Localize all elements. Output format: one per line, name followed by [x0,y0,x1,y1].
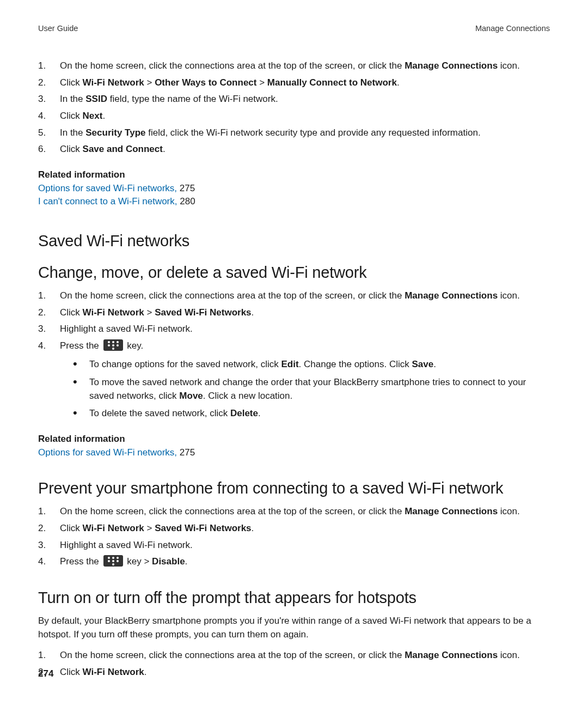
sub-item: To change options for the saved network,… [73,358,550,372]
step-item: On the home screen, click the connection… [38,505,550,519]
heading-saved-wifi: Saved Wi-Fi networks [38,229,550,252]
step-item: Click Next. [38,109,550,123]
page-header: User Guide Manage Connections [38,23,550,34]
svg-point-11 [112,560,114,562]
sub-item: To delete the saved network, click Delet… [73,407,550,421]
related-link-row: Options for saved Wi-Fi networks, 275 [38,182,550,196]
related-link-row: I can't connect to a Wi-Fi network, 280 [38,195,550,209]
change-steps-list: On the home screen, click the connection… [38,289,550,353]
svg-point-0 [108,341,110,343]
top-steps-list: On the home screen, click the connection… [38,59,550,156]
step-item: Click Wi-Fi Network. [38,666,550,679]
step-item: Highlight a saved Wi-Fi network. [38,539,550,552]
related-info-heading: Related information [38,168,550,182]
svg-point-8 [112,557,114,559]
step-item: On the home screen, click the connection… [38,59,550,73]
step-item: In the SSID field, type the name of the … [38,93,550,106]
related-link[interactable]: I can't connect to a Wi-Fi network, [38,196,177,206]
svg-point-5 [117,344,119,346]
header-left: User Guide [38,23,78,34]
step-item: On the home screen, click the connection… [38,289,550,303]
step-item: On the home screen, click the connection… [38,649,550,662]
step-item: Click Wi-Fi Network > Saved Wi-Fi Networ… [38,522,550,535]
svg-point-10 [108,560,110,562]
menu-key-icon [103,339,123,351]
step-item: Click Save and Connect. [38,143,550,156]
svg-point-13 [112,563,114,565]
svg-point-3 [108,344,110,346]
related-link-page: 275 [177,183,195,193]
step-item: In the Security Type field, click the Wi… [38,126,550,140]
related-link-row: Options for saved Wi-Fi networks, 275 [38,446,550,460]
heading-hotspot: Turn on or turn off the prompt that appe… [38,586,550,609]
page-number: 274 [38,667,53,681]
heading-change-move-delete: Change, move, or delete a saved Wi-Fi ne… [38,261,550,284]
heading-prevent: Prevent your smartphone from connecting … [38,477,550,500]
svg-point-12 [117,560,119,562]
svg-point-2 [117,341,119,343]
change-sub-list: To change options for the saved network,… [38,358,550,421]
step-item: Click Wi-Fi Network > Saved Wi-Fi Networ… [38,306,550,320]
step-item: Press the key > Disable. [38,555,550,569]
hotspot-steps-list: On the home screen, click the connection… [38,649,550,679]
header-right: Manage Connections [475,23,550,34]
svg-point-4 [112,344,114,346]
step-item: Highlight a saved Wi-Fi network. [38,322,550,336]
related-link[interactable]: Options for saved Wi-Fi networks, [38,183,177,193]
prevent-steps-list: On the home screen, click the connection… [38,505,550,569]
sub-item: To move the saved network and change the… [73,376,550,403]
svg-point-9 [117,557,119,559]
menu-key-icon [103,555,123,567]
hotspot-paragraph: By default, your BlackBerry smartphone p… [38,614,550,641]
svg-point-6 [112,348,114,350]
svg-point-7 [108,557,110,559]
related-info-heading: Related information [38,433,550,446]
svg-point-1 [112,341,114,343]
step-item: Press the key. [38,339,550,353]
related-link-page: 280 [177,196,195,206]
related-link[interactable]: Options for saved Wi-Fi networks, [38,447,177,458]
step-item: Click Wi-Fi Network > Other Ways to Conn… [38,76,550,90]
related-link-page: 275 [177,447,195,458]
